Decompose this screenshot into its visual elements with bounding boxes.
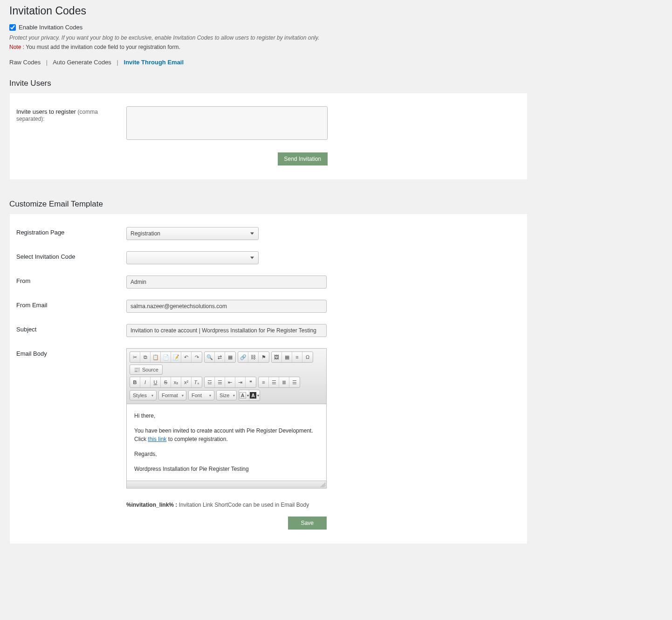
- source-button[interactable]: 📰 Source: [130, 365, 163, 375]
- page-title: Invitation Codes: [0, 0, 672, 21]
- from-label: From: [16, 276, 126, 284]
- strike-icon[interactable]: S: [161, 377, 171, 387]
- subscript-icon[interactable]: x₂: [171, 377, 181, 387]
- outdent-icon[interactable]: ⇤: [225, 377, 235, 387]
- hr-icon[interactable]: ≡: [292, 352, 302, 362]
- customize-template-panel: Registration Page Registration Select In…: [9, 214, 528, 544]
- styles-dropdown[interactable]: Styles▾: [130, 390, 157, 400]
- align-right-icon[interactable]: ≣: [279, 377, 289, 387]
- specialchar-icon[interactable]: Ω: [302, 352, 313, 362]
- paste-word-icon[interactable]: 📝: [171, 352, 181, 362]
- note-prefix: Note :: [9, 44, 24, 50]
- text-color-button[interactable]: A▾: [239, 390, 249, 400]
- enable-invitation-checkbox[interactable]: [9, 24, 16, 31]
- selectall-icon[interactable]: ▦: [225, 352, 235, 362]
- tab-separator: |: [113, 59, 122, 66]
- underline-icon[interactable]: U: [151, 377, 161, 387]
- unlink-icon[interactable]: ⛓: [248, 352, 259, 362]
- registration-page-label: Registration Page: [16, 227, 126, 236]
- align-left-icon[interactable]: ≡: [259, 377, 269, 387]
- link-icon[interactable]: 🔗: [238, 352, 248, 362]
- invite-emails-label: Invite users to register (comma separate…: [16, 106, 126, 122]
- tab-raw-codes[interactable]: Raw Codes: [9, 59, 41, 66]
- from-input[interactable]: [126, 276, 327, 289]
- enable-invitation-label: Enable Invitation Codes: [19, 24, 82, 31]
- body-regards: Regards,: [134, 450, 319, 458]
- body-signature: Wordpress Installation for Pie Register …: [134, 465, 319, 473]
- tab-auto-generate[interactable]: Auto Generate Codes: [53, 59, 111, 66]
- body-greeting: Hi there,: [134, 412, 319, 420]
- editor-toolbar: ✂ ⧉ 📋 📄 📝 ↶ ↷ 🔍 ⇄ ▦: [127, 349, 326, 404]
- numlist-icon[interactable]: ☲: [205, 377, 215, 387]
- privacy-note: Protect your privacy. If you want your b…: [0, 33, 672, 42]
- tab-invite-email[interactable]: Invite Through Email: [124, 59, 184, 66]
- invite-users-heading: Invite Users: [0, 70, 672, 93]
- paste-text-icon[interactable]: 📄: [161, 352, 171, 362]
- size-dropdown[interactable]: Size▾: [216, 390, 237, 400]
- font-dropdown[interactable]: Font▾: [188, 390, 214, 400]
- invite-users-panel: Invite users to register (comma separate…: [9, 93, 528, 180]
- from-email-label: From Email: [16, 300, 126, 309]
- replace-icon[interactable]: ⇄: [215, 352, 225, 362]
- body-line1: You have been invited to create account …: [134, 427, 319, 443]
- customize-template-heading: Customize Email Template: [0, 180, 672, 214]
- email-body-label: Email Body: [16, 348, 126, 357]
- bg-color-button[interactable]: A▾: [249, 390, 260, 400]
- note-text: You must add the invitation code field t…: [24, 44, 180, 50]
- from-email-input[interactable]: [126, 300, 327, 313]
- indent-icon[interactable]: ⇥: [235, 377, 246, 387]
- anchor-icon[interactable]: ⚑: [259, 352, 269, 362]
- tabs: Raw Codes | Auto Generate Codes | Invite…: [0, 55, 672, 70]
- save-button[interactable]: Save: [288, 517, 327, 530]
- align-center-icon[interactable]: ☰: [269, 377, 279, 387]
- blockquote-icon[interactable]: ❝: [246, 377, 256, 387]
- format-dropdown[interactable]: Format▾: [158, 390, 186, 400]
- subject-input[interactable]: [126, 324, 327, 337]
- invitation-code-label: Select Invitation Code: [16, 251, 126, 260]
- removeformat-icon[interactable]: Tₓ: [192, 377, 202, 387]
- note-line: Note : You must add the invitation code …: [0, 42, 672, 55]
- align-justify-icon[interactable]: ☰: [289, 377, 300, 387]
- superscript-icon[interactable]: x²: [181, 377, 192, 387]
- invite-emails-textarea[interactable]: [126, 106, 328, 140]
- italic-icon[interactable]: I: [140, 377, 151, 387]
- editor-resize-handle[interactable]: [127, 481, 326, 488]
- send-invitation-button[interactable]: Send Invitation: [278, 152, 328, 165]
- paste-icon[interactable]: 📋: [151, 352, 161, 362]
- registration-page-select[interactable]: Registration: [126, 227, 259, 240]
- image-icon[interactable]: 🖼: [272, 352, 282, 362]
- copy-icon[interactable]: ⧉: [140, 352, 151, 362]
- table-icon[interactable]: ▦: [282, 352, 292, 362]
- undo-icon[interactable]: ↶: [181, 352, 192, 362]
- source-icon: 📰: [134, 367, 140, 373]
- find-icon[interactable]: 🔍: [205, 352, 215, 362]
- bold-icon[interactable]: B: [130, 377, 140, 387]
- tab-separator: |: [42, 59, 51, 66]
- subject-label: Subject: [16, 324, 126, 333]
- cut-icon[interactable]: ✂: [130, 352, 140, 362]
- body-link[interactable]: this link: [148, 436, 166, 442]
- email-body-editor: ✂ ⧉ 📋 📄 📝 ↶ ↷ 🔍 ⇄ ▦: [126, 348, 327, 489]
- invitation-code-select[interactable]: [126, 251, 259, 264]
- bullist-icon[interactable]: ☰: [215, 377, 225, 387]
- shortcode-note: %invitation_link% : Invitation Link Shor…: [126, 502, 521, 508]
- redo-icon[interactable]: ↷: [192, 352, 202, 362]
- editor-content[interactable]: Hi there, You have been invited to creat…: [127, 404, 326, 481]
